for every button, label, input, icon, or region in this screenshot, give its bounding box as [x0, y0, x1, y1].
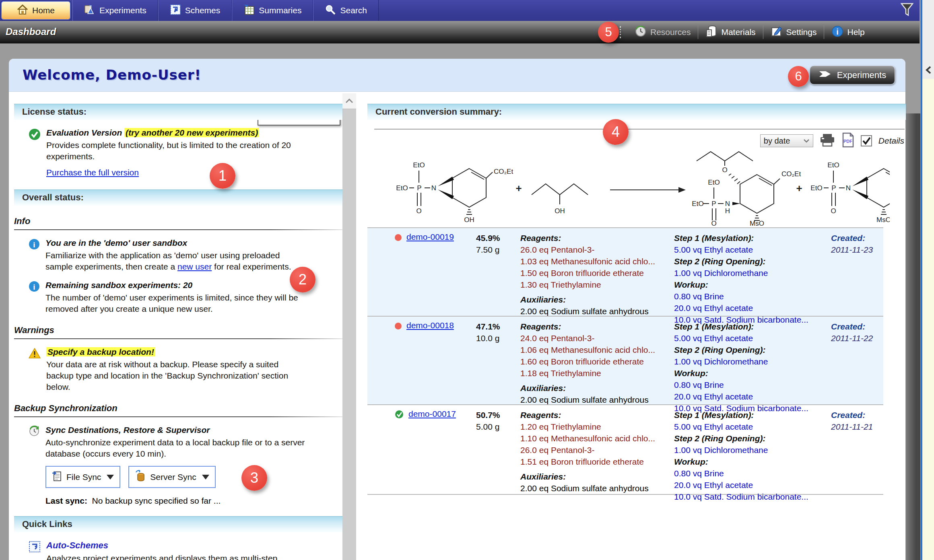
arrow-right-icon [819, 70, 832, 81]
experiment-link[interactable]: demo-00019 [406, 232, 454, 242]
menu-item-help[interactable]: i Help [824, 25, 872, 39]
experiments-table: demo-00019 45.9% 7.50 g Reagents: 26.0 e… [367, 227, 883, 495]
license-title: Evaluation Version (try another 20 new e… [46, 128, 307, 138]
overall-status-header: Overall status: [14, 189, 342, 206]
svg-text:P: P [831, 184, 836, 192]
auto-schemes-link[interactable]: Auto-Schemes [46, 540, 108, 550]
sync-icon [29, 426, 40, 506]
annotation-marker-3: 3 [241, 465, 267, 491]
warning-triangle-icon [29, 348, 41, 393]
info-icon: i [29, 239, 40, 272]
auto-schemes-icon [29, 541, 41, 560]
svg-text:MsO: MsO [876, 216, 890, 224]
tab-home-label: Home [32, 6, 55, 15]
svg-text:O: O [711, 220, 716, 226]
table-row: demo-00017 50.7% 5.00 g Reagents: 1.20 e… [367, 404, 883, 495]
settings-pencil-icon [771, 25, 783, 39]
tab-experiments[interactable]: Experiments [72, 0, 158, 21]
menu-item-materials[interactable]: Materials [698, 25, 763, 39]
conversion-summary-header: Current conversion summary: [367, 104, 906, 120]
status-running-icon [395, 323, 402, 329]
svg-text:P: P [417, 184, 421, 192]
welcome-title: Welcome, Demo-User! [23, 67, 201, 83]
svg-text:EtO: EtO [692, 200, 703, 208]
svg-text:N: N [431, 184, 436, 192]
svg-text:O: O [722, 166, 727, 174]
svg-text:CO₂Et: CO₂Et [781, 170, 801, 178]
info2-body: The number of 'demo' user experiments is… [45, 292, 306, 315]
warning-body: Your data are at risk without a backup. … [46, 359, 307, 393]
svg-text:N: N [846, 184, 851, 192]
menu-item-resources[interactable]: Resources [627, 25, 698, 39]
experiment-link[interactable]: demo-00018 [406, 321, 454, 330]
details-checkbox[interactable] [861, 135, 872, 146]
backup-heading: Backup Synchronization [14, 403, 342, 414]
chevron-down-icon [107, 475, 114, 480]
info-rule [14, 229, 342, 230]
check-icon [862, 137, 871, 145]
reaction-scheme: CO₂Et N P EtO EtO O OH + OH [391, 146, 890, 226]
purchase-link[interactable]: Purchase the full version [46, 168, 139, 177]
amount-value: 5.00 g [476, 421, 520, 432]
warning-item: Specify a backup location! Your data are… [29, 347, 342, 393]
details-label: Details [878, 136, 904, 146]
tab-search[interactable]: Search [313, 0, 379, 21]
license-item: Evaluation Version (try another 20 new e… [29, 128, 342, 177]
svg-text:EtO: EtO [396, 184, 408, 192]
svg-text:EtO: EtO [708, 179, 720, 186]
license-highlight: (try another 20 new experiments) [124, 128, 259, 137]
server-sync-button[interactable]: Server Sync [128, 466, 215, 488]
tab-summaries[interactable]: Summaries [232, 0, 313, 21]
svg-text:P: P [711, 200, 716, 208]
tab-summaries-label: Summaries [259, 6, 301, 15]
annotation-marker-2: 2 [290, 267, 315, 292]
expand-left-chevron-icon[interactable] [925, 66, 932, 76]
backup-rule [14, 416, 342, 417]
svg-text:+: + [796, 182, 802, 194]
svg-text:+: + [515, 182, 522, 194]
amount-value: 7.50 g [476, 244, 520, 255]
help-info-icon: i [831, 25, 843, 39]
yield-value: 45.9% [476, 232, 520, 244]
svg-text:MsO: MsO [750, 220, 764, 226]
dashboard-header-bar: Dashboard Resources Materials Settings i… [0, 21, 920, 43]
warning-title: Specify a backup location! [46, 347, 307, 357]
tab-schemes[interactable]: Schemes [158, 0, 232, 21]
svg-text:CO₂Et: CO₂Et [494, 168, 513, 175]
select-chevron-icon [803, 139, 810, 143]
scrollbar-thumb[interactable] [342, 109, 356, 560]
experiments-button[interactable]: Experiments [810, 66, 895, 84]
license-body: Provides complete functionality, but is … [46, 140, 307, 162]
dotted-separator [620, 26, 621, 38]
filter-funnel-icon[interactable] [900, 2, 914, 19]
file-sync-button[interactable]: File Sync [45, 466, 120, 488]
home-icon [17, 4, 28, 17]
yield-value: 50.7% [476, 409, 520, 421]
new-user-link[interactable]: new user [177, 262, 212, 271]
left-panel-scrollbar[interactable] [342, 93, 356, 560]
info1-title: You are in the 'demo' user sandbox [45, 238, 306, 248]
main-panel: Welcome, Demo-User! Experiments Activate… [9, 59, 905, 560]
tab-home[interactable]: Home [1, 1, 71, 20]
scroll-up-button[interactable] [342, 93, 356, 109]
svg-text:OH: OH [555, 207, 565, 215]
materials-jar-icon [705, 25, 718, 40]
license-status-header: License status: [14, 104, 342, 120]
info2-title: Remaining sandbox experiments: 20 [45, 280, 306, 290]
experiment-link[interactable]: demo-00017 [408, 409, 456, 419]
annotation-marker-6: 6 [788, 66, 809, 87]
window-scrollbar-thumb[interactable] [906, 113, 920, 560]
table-row: demo-00018 47.1% 10.0 g Reagents: 24.0 e… [367, 316, 883, 404]
toolbar-divider [374, 129, 905, 130]
menu-item-settings[interactable]: Settings [763, 25, 825, 39]
svg-text:O: O [831, 207, 836, 215]
chevron-down-icon [202, 475, 209, 480]
status-running-icon [395, 234, 402, 241]
auto-schemes-body: Analyzes project experiments and display… [46, 553, 277, 560]
collapsed-right-sidebar[interactable] [922, 0, 934, 560]
last-sync-status: Last sync: No backup sync specified so f… [45, 496, 306, 506]
file-sync-icon [52, 470, 62, 484]
info-item-sandbox: i You are in the 'demo' user sandbox Fam… [29, 238, 342, 272]
status-done-icon [395, 410, 404, 420]
search-icon [325, 4, 336, 17]
